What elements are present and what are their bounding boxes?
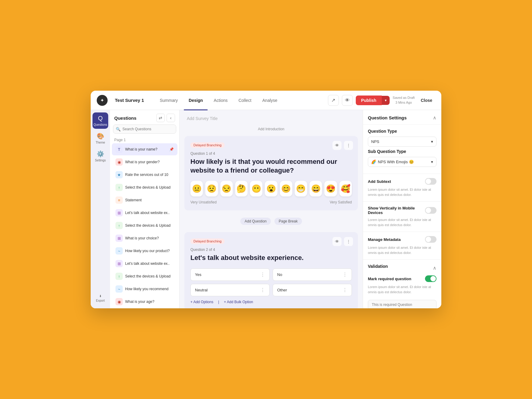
eye-icon-btn-1[interactable]: 👁 bbox=[332, 141, 342, 150]
list-item[interactable]: ◉ What is your gender? bbox=[112, 156, 177, 168]
tab-collect[interactable]: Collect bbox=[234, 96, 256, 105]
add-intro-bar[interactable]: Add Introduction bbox=[184, 127, 358, 131]
tab-summary[interactable]: Summary bbox=[155, 96, 183, 105]
q-type-icon-upload: ↑ bbox=[115, 184, 123, 191]
q-type-icon-upload2: ↑ bbox=[115, 222, 123, 229]
sub-question-type-value: NPS With Emojis 😊 bbox=[378, 160, 414, 164]
sidebar-item-questions[interactable]: Q Questions bbox=[92, 112, 108, 129]
choice-neutral-dots[interactable]: ⋮ bbox=[260, 287, 265, 293]
emoji-7[interactable]: 😊 bbox=[280, 181, 292, 196]
emoji-1[interactable]: 😐 bbox=[190, 181, 203, 196]
show-vertically-section: Show Vertically in Mobile Devices Lorem … bbox=[363, 202, 441, 232]
q-list-text: What is your gender? bbox=[125, 160, 174, 164]
sidebar-item-theme[interactable]: 🎨 Theme bbox=[92, 130, 108, 147]
questions-icon: Q bbox=[98, 115, 103, 122]
tab-design[interactable]: Design bbox=[184, 96, 208, 105]
sub-question-type-dropdown[interactable]: 🌈 NPS With Emojis 😊 ▾ bbox=[368, 157, 436, 167]
list-item[interactable]: ↑ Select the devices & Upload bbox=[112, 181, 177, 193]
question-list: T What is your name? 📌 ◉ What is your ge… bbox=[110, 143, 179, 308]
add-question-btn[interactable]: Add Question bbox=[240, 218, 271, 225]
mark-required-toggle[interactable] bbox=[425, 275, 436, 282]
tab-analyse[interactable]: Analyse bbox=[258, 96, 282, 105]
metadata-toggle[interactable] bbox=[425, 236, 436, 243]
subtext-label: Add Subtext bbox=[368, 179, 391, 184]
delayed-badge-2: Delayed Branching bbox=[190, 238, 225, 244]
list-item[interactable]: ~ How likely you recommend bbox=[112, 283, 177, 295]
list-item[interactable]: ↑ Select the devices & Upload bbox=[112, 270, 177, 282]
metadata-section: Manage Metadata Lorem ipsum dolor sit am… bbox=[363, 232, 441, 260]
required-question-input[interactable] bbox=[368, 300, 436, 308]
q-type-icon-matrix2: ⊞ bbox=[115, 235, 123, 242]
delayed-badge-1: Delayed Branching bbox=[190, 142, 225, 148]
emoji-8[interactable]: 😁 bbox=[295, 181, 307, 196]
more-icon-btn-1[interactable]: ⋮ bbox=[344, 141, 353, 150]
list-item[interactable]: T What is your name? 📌 bbox=[112, 143, 177, 155]
list-item[interactable]: ~ How likely you our product? bbox=[112, 245, 177, 257]
emoji-11[interactable]: 🥰 bbox=[339, 181, 352, 196]
shuffle-icon-btn[interactable]: ⇄ bbox=[156, 114, 165, 122]
list-item[interactable]: ★ Rate the services out of 10 bbox=[112, 169, 177, 181]
show-vertically-toggle[interactable] bbox=[425, 207, 436, 214]
validation-header: Validation ∧ bbox=[368, 264, 436, 272]
preview-icon-btn[interactable]: 👁 bbox=[342, 95, 353, 106]
validation-collapse-btn[interactable]: ∧ bbox=[433, 265, 436, 271]
publish-caret-button[interactable]: ▾ bbox=[382, 96, 390, 105]
list-item[interactable]: ⊞ What is your choice? bbox=[112, 232, 177, 244]
add-survey-title[interactable]: Add Survey Title bbox=[184, 115, 358, 122]
add-bulk-btn[interactable]: + Add Bulk Option bbox=[224, 300, 253, 304]
publish-button[interactable]: Publish bbox=[356, 96, 382, 105]
q-type-icon-statement: ≡ bbox=[115, 196, 123, 204]
eye-icon-q2: 👁 bbox=[335, 239, 339, 244]
search-input[interactable] bbox=[113, 125, 176, 134]
page-break-btn[interactable]: Page Break bbox=[274, 218, 302, 225]
list-item[interactable]: ⊞ Let's talk about website ex.. bbox=[112, 258, 177, 270]
eye-icon-btn-2[interactable]: 👁 bbox=[332, 237, 342, 246]
questions-panel: Questions ⇄ ‹ 🔍 Page 1 T What is bbox=[110, 110, 180, 308]
choice-other: Other ⋮ bbox=[273, 284, 352, 296]
subtext-section: Add Subtext Lorem ipsum dolor sit amet. … bbox=[363, 174, 441, 202]
more-icon-btn-2[interactable]: ⋮ bbox=[344, 237, 353, 246]
choice-neutral-label: Neutral bbox=[195, 288, 208, 292]
q-type-icon-radio2: ◉ bbox=[115, 298, 123, 305]
collapse-panel-btn[interactable]: ‹ bbox=[167, 114, 175, 122]
shuffle-icon: ⇄ bbox=[159, 115, 162, 120]
validation-section: Validation ∧ Mark required question Lore… bbox=[363, 260, 441, 308]
settings-collapse-btn[interactable]: ∧ bbox=[433, 115, 436, 121]
tab-actions[interactable]: Actions bbox=[209, 96, 232, 105]
export-label: Export bbox=[96, 299, 105, 302]
q2-text: Let's talk about website experience. bbox=[190, 254, 352, 262]
q-type-icon-matrix: ⊞ bbox=[115, 209, 123, 216]
collapse-icon: ‹ bbox=[170, 115, 172, 120]
page-label: Page 1 bbox=[110, 136, 179, 143]
question-type-dropdown[interactable]: NPS ▾ bbox=[368, 137, 436, 147]
choice-other-dots[interactable]: ⋮ bbox=[342, 287, 347, 293]
sidebar-item-settings[interactable]: ⚙️ Settings bbox=[92, 148, 108, 164]
list-item[interactable]: ≡ Statement bbox=[112, 194, 177, 206]
sub-dropdown-arrow-icon: ▾ bbox=[431, 160, 433, 164]
draft-line1: Saved as Draft bbox=[393, 96, 415, 100]
sidebar-export[interactable]: ⬇ Export bbox=[92, 292, 108, 305]
mark-required-row: Mark required question bbox=[368, 275, 436, 282]
choice-no-dots[interactable]: ⋮ bbox=[342, 272, 347, 277]
list-item[interactable]: ↑ Select the devices & Upload bbox=[112, 219, 177, 232]
emoji-6[interactable]: 😮 bbox=[265, 181, 277, 196]
separator: | bbox=[218, 300, 219, 304]
emoji-10[interactable]: 😍 bbox=[324, 181, 337, 196]
add-options-btn[interactable]: + Add Options bbox=[190, 300, 213, 304]
close-button[interactable]: Close bbox=[418, 96, 435, 105]
share-icon-btn[interactable]: ↗ bbox=[328, 95, 339, 106]
emoji-5[interactable]: 😶 bbox=[250, 181, 262, 196]
question-card-1: Delayed Branching 👁 ⋮ Question 1 of 4 Ho… bbox=[184, 136, 358, 210]
emoji-2[interactable]: 😟 bbox=[205, 181, 218, 196]
emoji-9[interactable]: 😄 bbox=[310, 181, 322, 196]
list-item[interactable]: ⊞ Let's talk about website ex.. bbox=[112, 207, 177, 219]
subtext-toggle[interactable] bbox=[425, 178, 436, 185]
emoji-3[interactable]: 😒 bbox=[220, 181, 233, 196]
choice-yes-dots[interactable]: ⋮ bbox=[260, 272, 265, 277]
emoji-4[interactable]: 🤔 bbox=[235, 181, 248, 196]
more-icon-q2: ⋮ bbox=[346, 239, 351, 244]
share-icon: ↗ bbox=[331, 97, 335, 103]
q-type-icon-nps2: ~ bbox=[115, 285, 123, 293]
search-box: 🔍 bbox=[113, 125, 176, 134]
list-item[interactable]: ◉ What is your age? bbox=[112, 296, 177, 308]
